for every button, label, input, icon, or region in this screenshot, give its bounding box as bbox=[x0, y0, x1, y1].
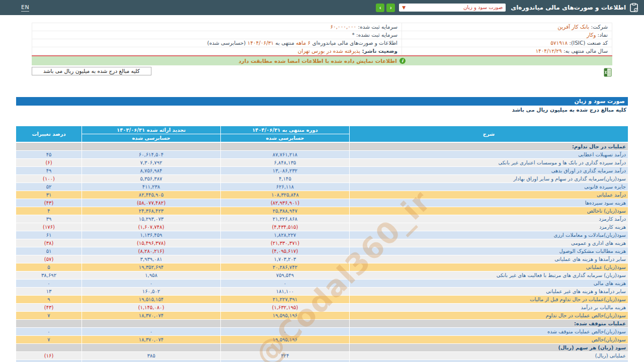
value-current-period bbox=[221, 143, 349, 150]
value-current-period bbox=[221, 344, 349, 351]
fiscal-year-label: سال مالی منتهی به: bbox=[564, 48, 608, 54]
info-row: سال مالی منتهی به: ۱۴۰۴/۱۲/۲۹ وضعیت ناشر… bbox=[32, 47, 612, 55]
value-prior-period: ۸,۷۵۶,۹۸۴ bbox=[82, 167, 220, 174]
value-prior-period: (۸,۲۸۰,۲۱۶) bbox=[82, 247, 220, 255]
spacer bbox=[16, 114, 628, 126]
value-percent-change bbox=[16, 320, 82, 327]
nav-next-button[interactable]: ‹ bbox=[386, 4, 395, 12]
table-row: سود(زیان)خالص۱۹,۵۹۵,۱۹۶۱۸,۳۷۰,۰۷۴۷ bbox=[16, 336, 628, 343]
value-prior-period: ۱,۱۳۶,۴۵۹ bbox=[82, 231, 220, 239]
row-label: درآمد سرمایه گذاری در اوراق بدهی bbox=[350, 167, 628, 174]
value-percent-change: (۱۰۰) bbox=[16, 175, 82, 183]
registered-capital-value: ۶۰,۰۰۰,۰۰۰ bbox=[330, 24, 356, 30]
value-prior-period: ۰ bbox=[82, 280, 220, 287]
value-prior-period: ۵,۳۵۶,۳۸۷ bbox=[82, 175, 220, 183]
value-current-period: ۱,۷۰۳,۲۰۳ bbox=[221, 255, 349, 263]
value-percent-change bbox=[16, 143, 82, 150]
table-row bbox=[16, 360, 628, 362]
unregistered-capital-label: سرمایه ثبت نشده: bbox=[356, 32, 397, 38]
value-prior-period: ۳۸۵ bbox=[82, 352, 220, 359]
signature-match-notice: i اطلاعات نمایش داده شده با اطلاعات امضا… bbox=[32, 56, 612, 65]
row-label: هزینه کارمزد bbox=[350, 223, 628, 231]
value-percent-change: (۳۸) bbox=[16, 239, 82, 247]
row-label: عملیاتی (ریال) bbox=[350, 352, 628, 359]
symbol-label: نماد: bbox=[598, 32, 608, 38]
isic-label: کد صنعت (ISIC): bbox=[569, 40, 608, 46]
value-current-period: ۱۹,۵۹۵,۱۹۶ bbox=[221, 336, 349, 343]
table-row: سایر درآمدها و هزینه های غیر عملیاتی۱۸۱,… bbox=[16, 288, 628, 295]
table-row: هزینه های مالی۰۰۰ bbox=[16, 280, 628, 287]
info-row: شرکت: بانک کار آفرین سرمایه ثبت شده: ۶۰,… bbox=[32, 23, 612, 31]
value-percent-change: ۷ bbox=[16, 312, 82, 319]
value-prior-period bbox=[82, 320, 220, 327]
value-current-period: ۰ bbox=[221, 328, 349, 335]
table-row: هزینه کارمزد(۴,۴۳۴,۵۱۵)(۱,۶۰۷,۷۴۸)(۱۷۶) bbox=[16, 223, 628, 231]
isic-value: ۵۷۱۹۱۸ bbox=[550, 40, 568, 46]
table-row: سود(زیان) ناخالص۲۵,۳۸۸,۹۴۷۲۴,۳۶۸,۴۲۳۴ bbox=[16, 207, 628, 215]
table-row: درآمد عملیاتی۱۰۸,۳۲۵,۸۴۸۸۲,۴۴۵,۹۰۵۳۱ bbox=[16, 191, 628, 199]
value-current-period: (۱,۶۳۲,۱۹۵) bbox=[221, 304, 349, 311]
value-percent-change: ۴ bbox=[16, 207, 82, 215]
column-header-percent-change: درصد تغییرات bbox=[16, 126, 82, 142]
value-current-period: ۱۹,۵۹۵,۱۹۶ bbox=[221, 312, 349, 319]
value-current-period: (۸۲,۹۳۶,۹۰۱) bbox=[221, 199, 349, 207]
value-prior-period: ۱۸,۳۷۰,۰۷۴ bbox=[82, 312, 220, 319]
value-percent-change: ۶۱ bbox=[16, 231, 82, 239]
statement-unit-note: کلیه مبالغ درج شده به میلیون ریال می باش… bbox=[16, 106, 628, 114]
value-prior-period: (۵۸,۰۷۷,۴۸۲) bbox=[82, 199, 220, 207]
value-current-period: ۳۲۴ bbox=[221, 352, 349, 359]
table-row: سود(زیان) سرمایه گذاری های مرتبط با فعال… bbox=[16, 272, 628, 279]
issuer-status-label: وضعیت ناشر: bbox=[362, 48, 397, 54]
table-row: سود(زیان)خالص عملیات در حال تداوم۱۹,۵۹۵,… bbox=[16, 312, 628, 319]
column-header-description: شرح bbox=[350, 126, 628, 142]
notice-text: اطلاعات نمایش داده شده با اطلاعات امضا ش… bbox=[238, 58, 397, 64]
value-percent-change bbox=[16, 344, 82, 351]
value-prior-period: ۱۹,۳۵۲,۶۹۴ bbox=[82, 263, 220, 271]
value-current-period: ۶۲۶,۱۱۸ bbox=[221, 183, 349, 191]
value-prior-period: ۱۸,۳۷۰,۰۷۴ bbox=[82, 336, 220, 343]
value-prior-period bbox=[82, 344, 220, 351]
row-label: سود(زیان)خالص عملیات متوقف شده bbox=[350, 328, 628, 335]
value-prior-period: ۳,۹۳۹,۰۸۱ bbox=[82, 255, 220, 263]
row-label: هزینه های اداری و عمومی bbox=[350, 239, 628, 247]
row-label: جایزه سپرده قانونی bbox=[350, 183, 628, 191]
row-label: سود(زیان)مبادلات و معاملات ارزی bbox=[350, 231, 628, 239]
period-prefix: اطلاعات و صورت‌های مالی میاندوره‌ای bbox=[312, 40, 397, 46]
value-percent-change bbox=[16, 360, 82, 362]
value-current-period: (۲۱,۳۳۰,۳۷۱) bbox=[221, 239, 349, 247]
table-row: هزینه سود سپرده‌ها(۸۲,۹۳۶,۹۰۱)(۵۸,۰۷۷,۴۸… bbox=[16, 199, 628, 207]
statement-type-dropdown[interactable]: صورت سود و زیان ▼ bbox=[399, 4, 506, 12]
value-current-period: ۲۵,۳۸۸,۹۴۷ bbox=[221, 207, 349, 215]
value-current-period: ۲۰,۲۸۶,۷۴۲ bbox=[221, 263, 349, 271]
column-header-prior-period: تجدید ارائه شده ۱۴۰۳/۰۶/۳۱ bbox=[82, 126, 220, 134]
value-percent-change: ۴۹ bbox=[16, 167, 82, 174]
company-info-panel: شرکت: بانک کار آفرین سرمایه ثبت شده: ۶۰,… bbox=[32, 23, 612, 55]
value-prior-period: ۱۶۰,۵۰۲ bbox=[82, 288, 220, 295]
row-label: سود(زیان)عملیات در حال تداوم قبل از مالی… bbox=[350, 296, 628, 303]
table-row: درآمد سپرده گذاری در بانک ها و موسسات اع… bbox=[16, 159, 628, 166]
unit-note-box: کلیه مبالغ درج شده به میلیون ریال می باش… bbox=[32, 67, 151, 75]
value-prior-period: ۲۴,۳۶۸,۴۲۳ bbox=[82, 207, 220, 215]
excel-export-icon[interactable] bbox=[603, 68, 612, 77]
row-label: درآمد تسهیلات اعطایی bbox=[350, 151, 628, 158]
value-prior-period bbox=[82, 143, 220, 150]
table-section-row: عملیات متوقف شده: bbox=[16, 320, 628, 327]
row-label: درآمد کارمزد bbox=[350, 215, 628, 223]
nav-prev-button[interactable]: › bbox=[376, 4, 384, 12]
company-label: شرکت: bbox=[591, 24, 608, 30]
table-section-row: عملیات در حال تداوم: bbox=[16, 143, 628, 150]
value-percent-change: ۹ bbox=[16, 296, 82, 303]
row-label: هزینه مالیات بر درآمد bbox=[350, 304, 628, 311]
value-current-period: ۲۱,۲۲۷,۳۹۱ bbox=[221, 296, 349, 303]
tools-row: کلیه مبالغ درج شده به میلیون ریال می باش… bbox=[32, 67, 612, 79]
value-prior-period: (۱,۱۴۵,۰۸۰) bbox=[82, 304, 220, 311]
statement-table-body: عملیات در حال تداوم:درآمد تسهیلات اعطایی… bbox=[16, 143, 628, 362]
value-prior-period: ۴۱۱,۲۳۸ bbox=[82, 183, 220, 191]
table-section-row: سود (زیان) هر سهم (ریال) bbox=[16, 344, 628, 351]
language-switch-en[interactable]: EN bbox=[21, 4, 29, 12]
statement-title-bar: صورت سود و زیان bbox=[16, 97, 628, 106]
value-prior-period bbox=[82, 360, 220, 362]
table-row: هزینه مطالبات مشکوک الوصول(۴,۰۹۵,۶۱۷)(۸,… bbox=[16, 247, 628, 255]
value-prior-period: ۱۵,۲۹۳,۰۷۳ bbox=[82, 215, 220, 223]
value-percent-change: (۵۷) bbox=[16, 255, 82, 263]
